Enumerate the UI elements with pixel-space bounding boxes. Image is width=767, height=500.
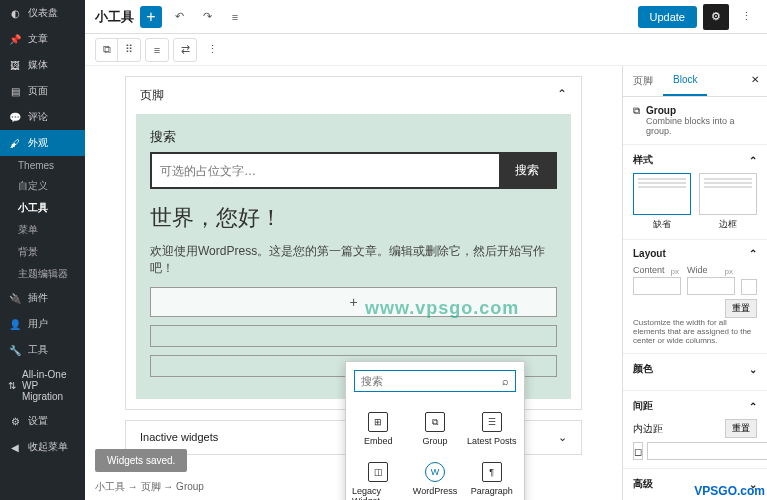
page-title: 小工具 <box>95 8 134 26</box>
breadcrumb[interactable]: 小工具 → 页脚 → Group <box>95 480 204 494</box>
style-default[interactable]: 缺省 <box>633 173 691 231</box>
justify-button[interactable] <box>741 279 757 295</box>
padding-input[interactable] <box>647 442 767 460</box>
sidebar-tools[interactable]: 🔧工具 <box>0 337 85 363</box>
sidebar-appearance[interactable]: 🖌外观 <box>0 130 85 156</box>
snackbar-notice: Widgets saved. <box>95 449 187 472</box>
sidebar-themes[interactable]: Themes <box>0 156 85 175</box>
settings-button[interactable]: ⚙ <box>703 4 729 30</box>
inserter-item-latest-posts[interactable]: ☰Latest Posts <box>463 404 520 454</box>
sidebar-posts[interactable]: 📌文章 <box>0 26 85 52</box>
block-description: Combine blocks into a group. <box>646 116 757 136</box>
sidebar-collapse[interactable]: ◀收起菜单 <box>0 434 85 460</box>
styles-section: 样式⌃ 缺省 边框 <box>623 145 767 240</box>
search-label: 搜索 <box>150 128 557 146</box>
inserter-search-input[interactable] <box>361 375 502 387</box>
layout-help-text: Customize the width for all elements tha… <box>633 318 757 345</box>
reset-padding-button[interactable]: 重置 <box>725 419 757 438</box>
sidebar-plugins[interactable]: 🔌插件 <box>0 285 85 311</box>
redo-icon: ↷ <box>203 10 212 23</box>
gear-icon: ⚙ <box>711 10 721 23</box>
padding-label: 内边距 <box>633 422 663 436</box>
inactive-widgets-label: Inactive widgets <box>140 431 218 444</box>
inserter-item-legacy-widget[interactable]: ◫Legacy Widget <box>350 454 407 500</box>
hello-heading[interactable]: 世界，您好！ <box>150 203 557 233</box>
close-icon: ✕ <box>751 74 759 85</box>
widget-area-footer: 页脚 ⌃ 搜索 搜索 世界，您好！ 欢迎使用WordPress。这是您的第一篇文… <box>125 76 582 410</box>
block-type-button[interactable]: ⧉ <box>96 39 118 61</box>
inserter-item-group[interactable]: ⧉Group <box>407 404 464 454</box>
update-button[interactable]: Update <box>638 6 697 28</box>
chevron-up-icon[interactable]: ⌃ <box>749 248 757 259</box>
page-icon: ▤ <box>8 84 22 98</box>
sidebar-settings[interactable]: ⚙设置 <box>0 408 85 434</box>
inserter-item-embed[interactable]: ⊞Embed <box>350 404 407 454</box>
inserter-search: ⌕ <box>354 370 516 392</box>
sidebar-users[interactable]: 👤用户 <box>0 311 85 337</box>
group-icon: ⧉ <box>103 43 111 56</box>
redo-button[interactable]: ↷ <box>196 6 218 28</box>
settings-icon: ⚙ <box>8 414 22 428</box>
sidebar-theme-editor[interactable]: 主题编辑器 <box>0 263 85 285</box>
spacing-heading: 间距 <box>633 399 653 413</box>
content-width-input[interactable] <box>633 277 681 295</box>
sidebar-menus[interactable]: 菜单 <box>0 219 85 241</box>
sidebar-migration[interactable]: ⇅All-in-One WP Migration <box>0 363 85 408</box>
drag-handle[interactable]: ⠿ <box>118 39 140 61</box>
user-icon: 👤 <box>8 317 22 331</box>
inserter-item-wordpress[interactable]: WWordPress <box>407 454 464 500</box>
wide-width-input[interactable] <box>687 277 735 295</box>
insert-block-button[interactable]: + <box>140 6 162 28</box>
group-block[interactable]: 搜索 搜索 世界，您好！ 欢迎使用WordPress。这是您的第一篇文章。编辑或… <box>136 114 571 399</box>
list-view-button[interactable]: ≡ <box>224 6 246 28</box>
pin-icon: 📌 <box>8 32 22 46</box>
chevron-down-icon: ⌄ <box>749 479 757 490</box>
sidebar-background[interactable]: 背景 <box>0 241 85 263</box>
widget-area-header[interactable]: 页脚 ⌃ <box>126 77 581 114</box>
style-border[interactable]: 边框 <box>699 173 757 231</box>
list-icon: ≡ <box>232 11 238 23</box>
undo-button[interactable]: ↶ <box>168 6 190 28</box>
inserter-item-paragraph[interactable]: ¶Paragraph <box>463 454 520 500</box>
sidebar-media[interactable]: 🖼媒体 <box>0 52 85 78</box>
padding-side-button[interactable]: ◻ <box>633 442 643 460</box>
sidebar-customize[interactable]: 自定义 <box>0 175 85 197</box>
plugin-icon: 🔌 <box>8 291 22 305</box>
layout-section: Layout⌃ Content px Wide px 重置 Customi <box>623 240 767 354</box>
more-button[interactable]: ⋮ <box>201 39 223 61</box>
hello-text[interactable]: 欢迎使用WordPress。这是您的第一篇文章。编辑或删除它，然后开始写作吧！ <box>150 243 557 277</box>
kebab-icon: ⋮ <box>741 10 752 23</box>
placeholder-block[interactable] <box>150 325 557 347</box>
chevron-up-icon[interactable]: ⌃ <box>749 155 757 166</box>
move-button[interactable]: ⇄ <box>174 39 196 61</box>
inspector-panel: 页脚 Block ✕ ⧉ Group Combine blocks into a… <box>622 66 767 500</box>
search-block: 搜索 <box>150 152 557 189</box>
close-inspector-button[interactable]: ✕ <box>743 66 767 96</box>
advanced-section[interactable]: 高级⌄ <box>623 469 767 500</box>
chevron-up-icon[interactable]: ⌃ <box>749 401 757 412</box>
comment-icon: 💬 <box>8 110 22 124</box>
sidebar-dashboard[interactable]: ◐仪表盘 <box>0 0 85 26</box>
chevron-up-icon: ⌃ <box>557 87 567 104</box>
sidebar-pages[interactable]: ▤页面 <box>0 78 85 104</box>
add-block-appender[interactable]: + <box>150 287 557 317</box>
posts-icon: ☰ <box>482 412 502 432</box>
sidebar-widgets[interactable]: 小工具 <box>0 197 85 219</box>
align-button[interactable]: ≡ <box>146 39 168 61</box>
tab-block[interactable]: Block <box>663 66 707 96</box>
advanced-heading: 高级 <box>633 477 653 491</box>
unit-label: px <box>725 267 733 276</box>
group-icon: ⧉ <box>425 412 445 432</box>
reset-layout-button[interactable]: 重置 <box>725 299 757 318</box>
color-section[interactable]: 颜色⌄ <box>623 354 767 391</box>
group-icon: ⧉ <box>633 105 640 117</box>
search-input[interactable] <box>152 154 499 187</box>
sidebar-comments[interactable]: 💬评论 <box>0 104 85 130</box>
admin-sidebar: ◐仪表盘 📌文章 🖼媒体 ▤页面 💬评论 🖌外观 Themes 自定义 小工具 … <box>0 0 85 500</box>
editor-header: 小工具 + ↶ ↷ ≡ Update ⚙ ⋮ <box>85 0 767 34</box>
search-submit-button[interactable]: 搜索 <box>499 154 555 187</box>
embed-icon: ⊞ <box>368 412 388 432</box>
tab-document[interactable]: 页脚 <box>623 66 663 96</box>
undo-icon: ↶ <box>175 10 184 23</box>
options-button[interactable]: ⋮ <box>735 6 757 28</box>
